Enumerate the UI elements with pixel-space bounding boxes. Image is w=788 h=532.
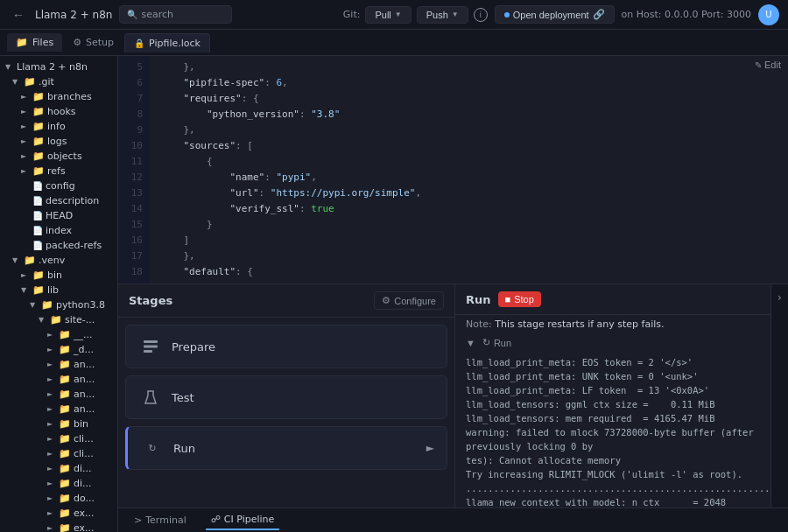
ex2-label: ex... (74, 522, 95, 532)
terminal-line: llm_load_print_meta: UNK token = 0 '<unk… (466, 369, 760, 383)
sidebar-item-git[interactable]: ▼ 📁 .git (0, 74, 117, 89)
sidebar-item-ex1[interactable]: ► 📁 ex... (0, 506, 117, 521)
sidebar-item-dunder[interactable]: ► 📁 __... (0, 327, 117, 342)
code-line: "sources": [ (160, 138, 777, 154)
avatar[interactable]: U (758, 4, 779, 25)
an4-label: an... (74, 403, 95, 415)
git-chevron-icon: ▼ (12, 78, 21, 86)
prepare-label: Prepare (172, 340, 215, 354)
sidebar-item-HEAD[interactable]: ► 📄 HEAD (0, 208, 117, 223)
test-stage-icon (138, 385, 163, 410)
objects-folder-icon: 📁 (32, 150, 45, 162)
sidebar-item-di1[interactable]: ► 📁 di... (0, 461, 117, 476)
sidebar-item-bin[interactable]: ► 📁 bin (0, 268, 117, 283)
run-sub-spinner-icon: ↻ (482, 337, 490, 348)
search-bar[interactable]: 🔍 search (119, 5, 232, 24)
sidebar-item-di2[interactable]: ► 📁 di... (0, 476, 117, 491)
terminal-line: llm_load_print_meta: EOS token = 2 '</s>… (466, 355, 760, 369)
sidebar-item-description[interactable]: ► 📄 description (0, 193, 117, 208)
sidebar-item-logs[interactable]: ► 📁 logs (0, 134, 117, 149)
sidebar-item-refs[interactable]: ► 📁 refs (0, 164, 117, 178)
sidebar-item-bin2[interactable]: ► 📁 bin (0, 416, 117, 431)
hooks-chevron-icon: ► (21, 108, 30, 116)
run-header: Run ■ Stop (455, 284, 770, 315)
open-deployment-button[interactable]: Open deployment 🔗 (495, 5, 615, 24)
run-toolbar: ▼ ↻ Run (455, 333, 770, 352)
an2-label: an... (74, 374, 95, 385)
stop-button[interactable]: ■ Stop (498, 291, 541, 307)
sidebar-item-config[interactable]: ► 📄 config (0, 178, 117, 193)
ex1-folder-icon: 📁 (59, 508, 71, 519)
sidebar-item-index[interactable]: ► 📄 index (0, 223, 117, 238)
tab-files[interactable]: 📁 Files (7, 33, 62, 52)
bin2-label: bin (74, 418, 88, 430)
refs-folder-icon: 📁 (32, 165, 45, 177)
sidebar-item-python38[interactable]: ▼ 📁 python3.8 (0, 298, 117, 312)
setup-tab-label: Setup (86, 37, 114, 48)
sidebar-item-cli2[interactable]: ► 📁 cli... (0, 446, 117, 461)
sidebar-item-objects[interactable]: ► 📁 objects (0, 149, 117, 164)
tab-terminal[interactable]: > Terminal (129, 511, 192, 529)
sidebar-item-do[interactable]: ► 📁 do... (0, 491, 117, 506)
run-sub-label: Run (494, 338, 511, 348)
sidebar-root[interactable]: ▼ Llama 2 + n8n (0, 60, 117, 74)
edit-label: Edit (764, 60, 781, 70)
sidebar-item-an2[interactable]: ► 📁 an... (0, 372, 117, 387)
stage-prepare[interactable]: Prepare (125, 325, 447, 368)
branches-chevron-icon: ► (21, 93, 30, 101)
sidebar-item-venv[interactable]: ▼ 📁 .venv (0, 253, 117, 268)
main-layout: ▼ Llama 2 + n8n ▼ 📁 .git ► 📁 branches ► … (0, 56, 788, 532)
test-label: Test (172, 391, 194, 404)
di1-label: di... (74, 463, 92, 474)
sidebar-item-an3[interactable]: ► 📁 an... (0, 387, 117, 402)
sidebar-item-packed-refs[interactable]: ► 📄 packed-refs (0, 238, 117, 253)
line-numbers: 56789 1011121314 151617181920 (118, 56, 150, 284)
sidebar-item-d[interactable]: ► 📁 _d... (0, 342, 117, 357)
sidebar-item-ex2[interactable]: ► 📁 ex... (0, 521, 117, 532)
push-chevron-icon: ▼ (452, 10, 459, 18)
sidebar-item-info[interactable]: ► 📁 info (0, 119, 117, 134)
pull-button[interactable]: Pull ▼ (365, 6, 411, 24)
prepare-stage-icon (138, 334, 163, 359)
logs-folder-icon: 📁 (32, 136, 45, 147)
push-button[interactable]: Push ▼ (417, 6, 468, 24)
code-lines: }, "pipfile-spec": 6, "requires": { "pyt… (150, 56, 788, 284)
host-text: on Host: 0.0.0.0 Port: 3000 (622, 9, 751, 20)
deploy-label: Open deployment (513, 10, 589, 20)
deploy-status-dot (504, 12, 510, 18)
bin-chevron-icon: ► (21, 271, 30, 279)
tab-ci-pipeline[interactable]: ☍ CI Pipeline (206, 510, 280, 530)
ex1-label: ex... (74, 508, 95, 519)
tab-setup[interactable]: ⚙ Setup (64, 33, 123, 52)
terminal-output[interactable]: llm_load_print_meta: EOS token = 2 '</s>… (455, 352, 770, 508)
edit-button[interactable]: ✎ Edit (755, 60, 781, 70)
configure-label: Configure (394, 296, 436, 306)
cli1-label: cli... (74, 433, 94, 444)
collapse-button[interactable]: ▼ (466, 338, 475, 348)
run-sub-button[interactable]: ↻ Run (482, 337, 511, 348)
sidebar-item-branches[interactable]: ► 📁 branches (0, 89, 117, 104)
back-button[interactable]: ← (9, 6, 28, 24)
an3-label: an... (74, 388, 95, 400)
stop-icon: ■ (505, 294, 511, 304)
right-collapse-button[interactable]: › (770, 284, 788, 508)
refs-chevron-icon: ► (21, 167, 30, 175)
code-line: } (160, 217, 777, 233)
stage-test[interactable]: Test (125, 375, 447, 419)
stage-run[interactable]: ↻ Run ► (125, 426, 447, 470)
tab-pipfile-lock[interactable]: 🔒 Pipfile.lock (124, 33, 210, 52)
dunder-chevron-icon: ► (47, 331, 56, 339)
d-folder-icon: 📁 (59, 344, 71, 355)
run-arrow-icon: ► (426, 442, 434, 454)
configure-button[interactable]: ⚙ Configure (374, 291, 444, 310)
an4-chevron-icon: ► (47, 405, 56, 413)
terminal-line: Try increasing RLIMIT_MLOCK ('ulimit -l'… (466, 467, 760, 481)
sidebar-item-site[interactable]: ▼ 📁 site-... (0, 312, 117, 327)
sidebar-item-lib[interactable]: ▼ 📁 lib (0, 283, 117, 298)
an3-chevron-icon: ► (47, 390, 56, 398)
sidebar-item-an1[interactable]: ► 📁 an... (0, 357, 117, 372)
sidebar-item-cli1[interactable]: ► 📁 cli... (0, 431, 117, 446)
info-icon[interactable]: i (474, 8, 488, 22)
sidebar-item-hooks[interactable]: ► 📁 hooks (0, 104, 117, 119)
sidebar-item-an4[interactable]: ► 📁 an... (0, 402, 117, 416)
